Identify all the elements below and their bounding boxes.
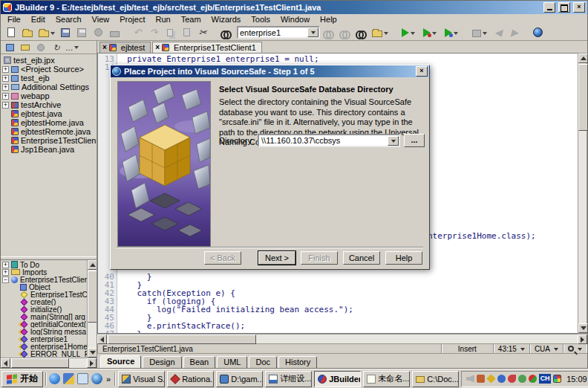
scroll-down-arrow[interactable] — [88, 348, 97, 358]
redo-button[interactable]: ↷ — [146, 25, 162, 40]
combo-dropdown-button[interactable] — [388, 136, 399, 146]
search-backward-button[interactable] — [336, 25, 353, 40]
menu-item[interactable]: Run — [150, 15, 175, 24]
directory-combobox[interactable] — [258, 134, 400, 147]
expander-icon[interactable]: + — [2, 66, 9, 73]
close-project-button[interactable] — [34, 42, 48, 54]
menu-item[interactable]: Tools — [246, 15, 275, 24]
quick-launch-overflow-chevron[interactable]: » — [105, 375, 112, 384]
structure-tree-item[interactable]: Object — [1, 283, 87, 291]
scroll-up-arrow[interactable] — [88, 260, 97, 270]
directory-input[interactable] — [259, 136, 388, 145]
help-button[interactable]: Help — [385, 251, 422, 265]
restore-button[interactable] — [558, 2, 570, 13]
next-button[interactable]: Next > — [258, 251, 295, 265]
quick-launch-show-desktop-icon[interactable] — [77, 373, 88, 384]
open-project-button[interactable] — [19, 25, 36, 40]
structure-tree-item[interactable]: log(String messa — [1, 328, 87, 335]
task-notepad[interactable]: 未命名... — [363, 371, 410, 387]
structure-tree-item[interactable]: ERROR_NULL_R — [1, 350, 87, 358]
search-input[interactable] — [238, 28, 307, 37]
structure-tree-item[interactable]: main(String[] arg — [1, 313, 87, 320]
project-tree-item[interactable]: ejbtest.java — [1, 109, 97, 118]
structure-tree-item[interactable]: − Enterprise1TestClien — [1, 276, 87, 283]
structure-tree-item[interactable]: getInitialContext( — [1, 320, 87, 328]
scroll-thumb[interactable] — [11, 358, 69, 368]
start-button[interactable]: 开始 — [1, 371, 43, 387]
project-tree-item[interactable]: test_ejb.jpx — [1, 56, 97, 65]
tray-icon[interactable] — [477, 375, 485, 383]
copy-button[interactable] — [162, 25, 178, 40]
combo-dropdown-button[interactable] — [307, 28, 318, 37]
tab-ejbtest[interactable]: × ejbtest — [99, 42, 151, 53]
quick-launch-mail-icon[interactable] — [63, 373, 74, 384]
structure-tree-item[interactable]: enterprise1 — [1, 335, 87, 343]
help-button[interactable] — [529, 25, 546, 40]
close-button[interactable]: × — [573, 2, 585, 13]
tab-source[interactable]: Source — [100, 355, 141, 368]
status-caret-position[interactable]: 43:15 — [494, 344, 530, 353]
task-c-docs-folder[interactable]: C:\Doc... — [412, 371, 459, 387]
menu-item[interactable]: Project — [114, 15, 150, 24]
structure-tree-item[interactable]: enterprise1Home — [1, 343, 87, 350]
cancel-button[interactable]: Cancel — [343, 251, 380, 265]
scroll-down-arrow[interactable] — [578, 323, 588, 333]
expander-icon[interactable]: + — [2, 102, 9, 109]
run-project-button[interactable] — [397, 25, 419, 40]
browse-files-button[interactable] — [369, 25, 391, 40]
structure-tree-item[interactable]: create() — [1, 298, 87, 305]
tab-history[interactable]: History — [278, 356, 317, 368]
tray-icon[interactable] — [486, 374, 495, 383]
project-tree-item[interactable]: + test_ejb — [1, 74, 97, 83]
expander-icon[interactable]: + — [2, 262, 9, 268]
menu-item[interactable]: Edit — [26, 15, 50, 24]
scroll-thumb[interactable] — [108, 334, 256, 344]
project-tree-item[interactable]: + testArchive — [1, 100, 97, 109]
minimize-button[interactable] — [543, 2, 555, 13]
quick-launch-media-player-icon[interactable] — [91, 373, 102, 384]
menu-item[interactable]: Window — [275, 15, 315, 24]
expander-icon[interactable]: − — [2, 277, 9, 283]
expander-icon[interactable]: + — [2, 93, 9, 100]
finish-button[interactable]: Finish — [301, 251, 338, 265]
tray-icon[interactable] — [508, 375, 516, 383]
find-classes-button[interactable] — [353, 25, 369, 40]
scroll-right-arrow[interactable] — [578, 334, 587, 344]
tab-uml[interactable]: UML — [217, 356, 247, 368]
editor-hscrollbar[interactable] — [97, 334, 587, 343]
structure-tree-item[interactable]: Enterprise1TestC — [1, 291, 87, 298]
project-tree-item[interactable]: Enterprise1TestClient1.j — [1, 136, 97, 145]
structure-tree-item[interactable]: + Imports — [1, 268, 87, 276]
project-tree-item[interactable]: + webapp — [1, 91, 97, 100]
expander-icon[interactable]: + — [2, 75, 9, 82]
structure-scrollbar[interactable] — [87, 260, 97, 358]
task-word-document[interactable]: 详细设... — [265, 371, 312, 387]
new-file-button[interactable] — [3, 25, 19, 40]
project-menu-button[interactable]: … — [65, 42, 79, 54]
editor-vscrollbar[interactable] — [578, 53, 587, 334]
menu-item[interactable]: Team — [176, 15, 206, 24]
browse-button[interactable]: ... — [404, 134, 425, 147]
tab-bean[interactable]: Bean — [183, 356, 216, 368]
find-button[interactable] — [218, 25, 234, 40]
task-d-drive-folder[interactable]: D:\gam... — [216, 371, 263, 387]
undo-button[interactable]: ↶ — [129, 25, 146, 40]
project-tree-item[interactable]: Jsp1Bean.java — [1, 145, 97, 154]
debug-project-button[interactable] — [419, 25, 440, 40]
structure-tree-item[interactable]: + To Do — [1, 261, 87, 268]
tray-icon[interactable] — [529, 375, 537, 383]
cut-button[interactable]: ✂ — [195, 25, 211, 40]
print-button[interactable] — [106, 25, 122, 40]
ime-toolbar-icon[interactable] — [553, 375, 561, 383]
project-tree-item[interactable]: + <Project Source> — [1, 65, 97, 74]
paste-button[interactable] — [178, 25, 195, 40]
save-all-button[interactable] — [74, 25, 90, 40]
back-button[interactable]: < Back — [204, 251, 241, 265]
menu-item[interactable]: Help — [315, 15, 342, 24]
scroll-thumb[interactable] — [88, 271, 97, 323]
search-again-button[interactable] — [320, 25, 336, 40]
project-tree-item[interactable]: + Additional Settings — [1, 83, 97, 91]
refresh-button[interactable]: ↻ — [50, 42, 63, 54]
task-rational[interactable]: Rationa... — [167, 371, 214, 387]
structure-tree-item[interactable]: initialize() — [1, 305, 87, 313]
